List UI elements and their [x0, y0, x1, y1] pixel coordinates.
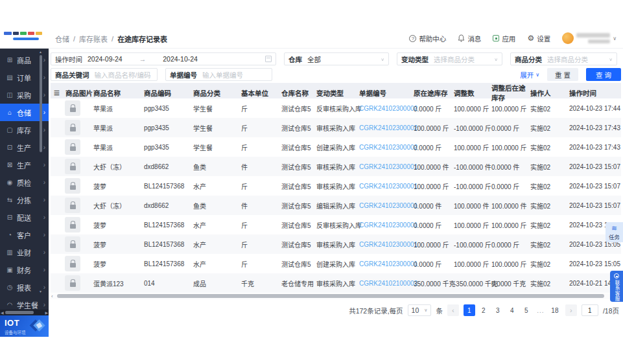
page-button[interactable]: 5 [521, 304, 532, 316]
page-button[interactable]: 1 [464, 304, 475, 316]
product-image-placeholder [65, 198, 80, 213]
cell-order-no-link[interactable]: CGRK24102300001 [359, 183, 414, 190]
lock-icon [70, 185, 76, 190]
help-center-button[interactable]: ? 帮助中心 [409, 34, 446, 43]
page-size-value: 10 [412, 306, 419, 314]
expand-toggle[interactable]: 展开 ∨ [520, 70, 539, 80]
table-row: 大虾（冻） dxd8662 鱼类 件 测试仓库5 编辑采购入库 CGRK2410… [51, 196, 621, 215]
cell-order-no-link[interactable]: CGRK24102300001 [359, 163, 414, 170]
date-range-input[interactable]: 操作时间 2024-09-24 → 2024-10-24 [51, 52, 276, 65]
table-body: 苹果派 pgp3435 学生餐 斤 测试仓库5 反审核采购入库 CGRK2410… [51, 98, 621, 293]
cell-order-no-link[interactable]: CGRK24102300002 [359, 144, 414, 151]
search-button[interactable]: 查询 [586, 68, 621, 81]
product-image-placeholder [65, 217, 80, 233]
cell-after-qty: 0.0000 千克 [491, 279, 530, 288]
page-button[interactable]: 2 [478, 304, 489, 316]
scroll-left-icon[interactable]: ◀ [1, 310, 4, 315]
message-button[interactable]: 消息 [458, 34, 481, 43]
apps-button[interactable]: 应用 [493, 34, 515, 43]
cell-warehouse: 测试仓库5 [281, 162, 316, 172]
cell-product-code: dxd8662 [144, 163, 193, 170]
breadcrumb-item[interactable]: 仓储 [55, 34, 69, 44]
cell-product-code: BL124157368 [144, 222, 193, 229]
category-select[interactable]: 商品分类 选择商品分类 ∨ [510, 52, 617, 65]
table-row: 蛋黄派123 014 成品 千克 老仓储专用 审核采购入库 CGRK241021… [51, 273, 621, 293]
breadcrumb: 仓储 / 库存账表 / 在途库存记录表 [55, 34, 167, 44]
category-placeholder: 选择商品分类 [547, 54, 588, 64]
cell-warehouse: 测试仓库5 [281, 142, 316, 152]
page-button[interactable]: ... [535, 304, 547, 316]
breadcrumb-item[interactable]: 库存账表 [79, 34, 108, 44]
user-menu[interactable]: ∨ [562, 32, 617, 44]
column-settings-icon[interactable]: ☰ [54, 89, 60, 97]
iot-banner[interactable]: IOT 设备与环境 [0, 315, 49, 337]
cell-time: 2024-10-23 15:05 [569, 260, 621, 267]
product-image-placeholder [65, 256, 80, 271]
col-header: 变动类型 [316, 88, 359, 98]
sidebar-item-label: 生产 [17, 160, 40, 170]
scroll-right-icon[interactable]: ▶ [45, 310, 48, 315]
lock-icon [70, 282, 76, 287]
sidebar-item-label: 仓储 [17, 108, 40, 118]
date-start-value: 2024-09-24 [88, 55, 123, 63]
date-end-value: 2024-10-24 [163, 55, 198, 63]
cell-order-no-link[interactable]: CGRK24102300002 [359, 105, 414, 112]
cell-after-qty: 100.0000 斤 [491, 104, 530, 113]
cell-operator: 实施02 [530, 220, 569, 230]
date-label: 操作时间 [55, 54, 82, 64]
cell-product-name: 菠萝 [93, 220, 144, 230]
cell-operator: 实施02 [530, 279, 569, 288]
cell-time: 2024-10-23 17:43 [569, 144, 621, 151]
sidebar-scrollbar[interactable]: ▲ ▼ [40, 50, 43, 309]
gear-icon: ⚙ [527, 34, 534, 42]
sidebar-item-label: 客户 [17, 230, 40, 240]
table-hscrollbar[interactable]: ‹ [51, 293, 621, 299]
cell-order-no-link[interactable]: CGRK24102300002 [359, 124, 414, 131]
scroll-up-icon[interactable]: ▲ [39, 50, 42, 54]
cell-adjust-qty: 100.0000 件 [454, 201, 491, 210]
next-page-button[interactable]: › [565, 304, 577, 316]
page-button[interactable]: 4 [506, 304, 518, 316]
cell-order-no-link[interactable]: CGRK24102100002 [359, 280, 414, 287]
scroll-down-icon[interactable]: ▼ [39, 290, 42, 293]
prev-page-button[interactable]: ‹ [447, 304, 459, 316]
message-label: 消息 [467, 34, 481, 43]
warehouse-select[interactable]: 仓库 全部 ∨ [284, 52, 389, 65]
task-widget-button[interactable]: ≋ 任务 [605, 222, 623, 242]
keyword-input[interactable]: 商品关键词 输入商品名称/编码 [51, 68, 158, 81]
cell-category: 鱼类 [193, 201, 241, 210]
page-button[interactable]: 3 [492, 304, 504, 316]
cell-order-no-link[interactable]: CGRK24102300001 [359, 260, 414, 267]
cell-order-no-link[interactable]: CGRK24102300001 [359, 202, 414, 209]
product-image-placeholder [65, 275, 80, 291]
cell-before-qty: 100.0000 斤 [414, 123, 454, 133]
scrollbar-thumb[interactable] [40, 55, 42, 152]
cell-order-no-link[interactable]: CGRK24102300001 [359, 241, 414, 248]
chevron-right-icon: › [43, 179, 45, 186]
contact-support-button[interactable]: 联系客服 [610, 271, 623, 302]
sidebar-item-label: 报表 [17, 282, 40, 293]
production2-icon: ⊠ [6, 161, 14, 168]
order-no-input[interactable]: 单据编号 输入单据编号 [165, 68, 272, 81]
page-button[interactable]: 18 [549, 304, 561, 316]
settings-button[interactable]: ⚙ 设置 [527, 34, 550, 43]
cell-adjust-qty: 100.0000 斤 [454, 220, 491, 230]
cell-product-name: 菠萝 [93, 259, 144, 269]
change-type-select[interactable]: 变动类型 选择商品分类 ∨ [397, 52, 502, 65]
apps-label: 应用 [502, 34, 515, 43]
scroll-left-icon[interactable]: ‹ [51, 293, 53, 299]
sidebar-hscrollbar[interactable]: ◀ ▶ [0, 310, 49, 315]
page-jump-input[interactable]: 1 [582, 304, 598, 316]
date-range-arrow: → [139, 55, 147, 63]
scrollbar-thumb[interactable] [5, 311, 34, 314]
cell-after-qty: 0.0000 斤 [491, 240, 530, 249]
reset-button[interactable]: 重置 [547, 68, 578, 81]
cell-operator: 实施02 [530, 181, 569, 191]
avatar [562, 32, 574, 44]
page-size-select[interactable]: 10 ∨ [408, 304, 432, 316]
task-label: 任务 [609, 233, 620, 240]
cell-before-qty: 0.0000 斤 [414, 104, 454, 113]
question-icon: ? [409, 35, 416, 42]
cell-order-no-link[interactable]: CGRK24102300001 [359, 222, 414, 229]
scrollbar-thumb[interactable] [57, 294, 604, 298]
